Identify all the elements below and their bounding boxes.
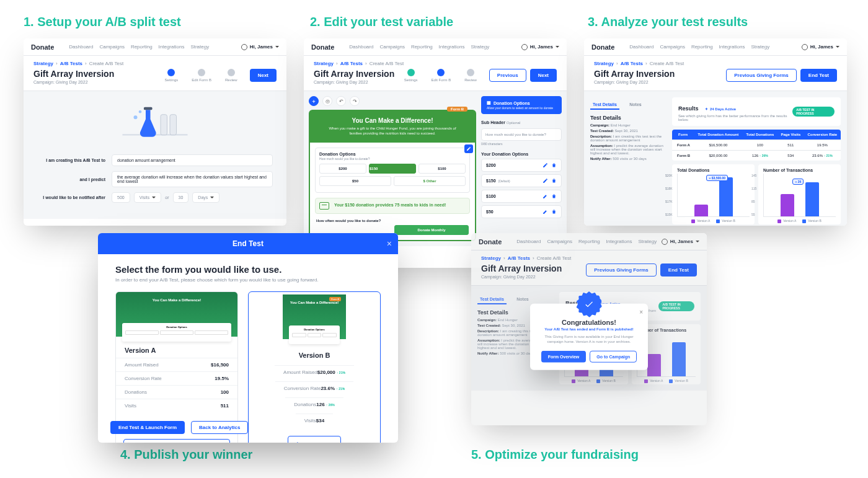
trash-icon[interactable] [551, 178, 557, 184]
nav-campaigns[interactable]: Campaigns [99, 44, 124, 50]
option-row-100[interactable]: $100 [481, 190, 562, 203]
crumb-abtests[interactable]: A/B Tests [60, 61, 82, 66]
nav-reporting[interactable]: Reporting [691, 44, 713, 50]
nav-strategy[interactable]: Strategy [471, 44, 489, 50]
step-settings[interactable]: Settings [404, 69, 418, 82]
trash-icon[interactable] [551, 209, 557, 215]
notify-visits-value[interactable]: 500 [112, 192, 130, 203]
pencil-icon[interactable] [542, 209, 548, 215]
dialog-title: Congratulations! [538, 319, 640, 326]
nav-campaigns[interactable]: Campaigns [379, 44, 404, 50]
next-button[interactable]: Next [250, 69, 277, 82]
undo-icon[interactable]: ↶ [336, 96, 346, 106]
pencil-icon[interactable] [542, 193, 548, 199]
crumb-abtests[interactable]: A/B Tests [340, 61, 363, 66]
form-b-chip: Form B [329, 297, 341, 301]
close-icon[interactable]: × [387, 239, 392, 249]
add-block-button[interactable]: ＋ [309, 96, 319, 106]
redo-icon[interactable]: ↷ [350, 96, 360, 106]
crumb-abtests[interactable]: A/B Tests [621, 61, 643, 66]
go-to-campaign-button[interactable]: Go to Campaign [590, 351, 637, 363]
nav-dashboard[interactable]: Dashboard [629, 44, 653, 50]
user-menu[interactable]: Hi, James [521, 44, 559, 50]
form-b-chip: Form B [447, 107, 467, 112]
option-row-50[interactable]: $50 [481, 205, 562, 218]
user-greeting: Hi, James [530, 44, 553, 50]
tab-test-details[interactable]: Test Details [590, 100, 619, 110]
donation-options-card[interactable]: Donation Options How much would you like… [315, 148, 470, 193]
nav-dashboard[interactable]: Dashboard [69, 44, 93, 50]
crumb-strategy[interactable]: Strategy [594, 61, 614, 66]
nav-strategy[interactable]: Strategy [751, 44, 769, 50]
back-to-analytics-button[interactable]: Back to Analytics [191, 421, 248, 434]
option-row-200[interactable]: $200 [481, 159, 562, 172]
subheader-input[interactable]: How much would you like to donate? [481, 128, 562, 141]
crumb-strategy[interactable]: Strategy [33, 61, 53, 66]
dialog-subtitle: Your A/B Test has ended and Form B is pu… [538, 327, 640, 331]
version-b-card[interactable]: Form BYou Can Make a Difference!Donation… [248, 291, 381, 443]
nav-integrations[interactable]: Integrations [439, 44, 465, 50]
svg-point-4 [134, 115, 138, 119]
user-menu[interactable]: Hi, James [241, 44, 279, 50]
status-badge: A/B TEST IN PROGRESS [792, 107, 835, 117]
amount-other[interactable]: $ Other [394, 176, 466, 186]
top-nav: Dashboard Campaigns Reporting Integratio… [69, 44, 209, 50]
options-title: Donation Options [319, 152, 466, 156]
pencil-icon[interactable] [542, 178, 548, 184]
page-title: Gift Array Inversion [314, 69, 394, 79]
next-button[interactable]: Next [530, 69, 557, 82]
trash-icon[interactable] [551, 193, 557, 199]
tab-notes[interactable]: Notes [627, 100, 644, 110]
form-selected-button[interactable]: Form Selected [288, 436, 340, 443]
notify-label: I would like to be notified after [37, 195, 112, 200]
impact-text: Your $150 donation provides 75 meals to … [334, 203, 446, 208]
crumb-current: Create A/B Test [89, 61, 123, 66]
amount-150[interactable]: $150 [369, 164, 416, 174]
option-row-150[interactable]: $150(Default) [481, 174, 562, 187]
nav-integrations[interactable]: Integrations [719, 44, 745, 50]
notify-visits-unit[interactable]: Visits [134, 192, 162, 203]
nav-reporting[interactable]: Reporting [411, 44, 433, 50]
step-review[interactable]: Review [225, 69, 237, 82]
trash-icon[interactable] [551, 162, 557, 168]
nav-reporting[interactable]: Reporting [131, 44, 153, 50]
nav-campaigns[interactable]: Campaigns [660, 44, 684, 50]
view-icon[interactable]: ◎ [322, 96, 332, 106]
app-logo: Donate [311, 43, 334, 51]
nav-strategy[interactable]: Strategy [190, 44, 209, 50]
end-test-button[interactable]: End Test [800, 69, 837, 82]
choose-form-a-button[interactable]: Choose Form [123, 439, 230, 443]
grid-icon: ▦ [487, 100, 491, 105]
amount-200[interactable]: $200 [319, 164, 366, 174]
donate-monthly-button[interactable]: Donate Monthly [394, 225, 469, 235]
chevron-down-icon [836, 46, 839, 50]
svg-rect-1 [144, 107, 153, 110]
user-menu[interactable]: Hi, James [802, 44, 839, 50]
amount-100[interactable]: $100 [418, 164, 466, 174]
step-settings[interactable]: Settings [165, 69, 179, 82]
step-edit-form-b[interactable]: Edit Form B [192, 69, 211, 82]
previous-forms-button[interactable]: Previous Giving Forms [726, 69, 797, 82]
app-logo: Donate [591, 43, 614, 51]
page-title: Gift Array Inversion [33, 69, 114, 79]
nav-dashboard[interactable]: Dashboard [349, 44, 373, 50]
hypothesis-input[interactable]: donation amount arrangement [112, 154, 273, 166]
form-overview-button[interactable]: Form Overview [541, 351, 587, 363]
previous-button[interactable]: Previous [489, 69, 526, 82]
notify-days-value[interactable]: 30 [173, 192, 189, 203]
predict-input[interactable]: the average donation will increase when … [112, 171, 273, 187]
impact-callout: Your $150 donation provides 75 meals to … [315, 198, 470, 214]
notify-days-unit[interactable]: Days [192, 192, 219, 203]
close-icon[interactable]: × [639, 309, 643, 316]
step-edit-form-b[interactable]: Edit Form B [431, 69, 451, 82]
pencil-icon[interactable] [464, 144, 473, 153]
panel-analyze: Donate DashboardCampaignsReportingIntegr… [584, 38, 847, 226]
chart-num-transactions: Number of Transactions 1451158555 + 26 V… [758, 164, 841, 224]
amount-50[interactable]: $50 [319, 176, 391, 186]
step-review[interactable]: Review [464, 69, 477, 82]
pencil-icon[interactable] [542, 162, 548, 168]
crumb-strategy[interactable]: Strategy [314, 61, 334, 66]
version-a-card[interactable]: You Can Make a Difference!Donation Optio… [115, 291, 238, 443]
nav-integrations[interactable]: Integrations [159, 44, 185, 50]
end-and-launch-button[interactable]: End Test & Launch Form [110, 421, 185, 434]
